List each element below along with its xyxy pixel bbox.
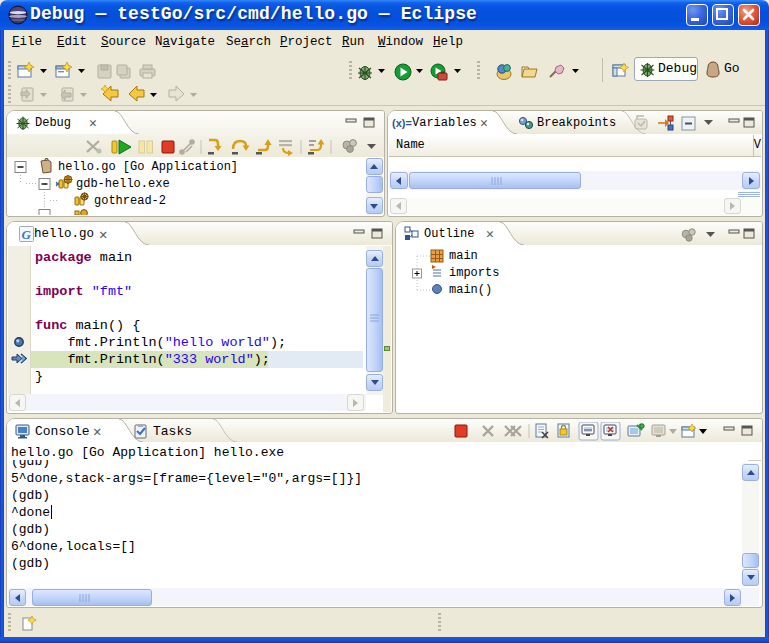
svg-text:(x)=: (x)=	[392, 117, 412, 129]
svg-text:G: G	[22, 227, 32, 242]
